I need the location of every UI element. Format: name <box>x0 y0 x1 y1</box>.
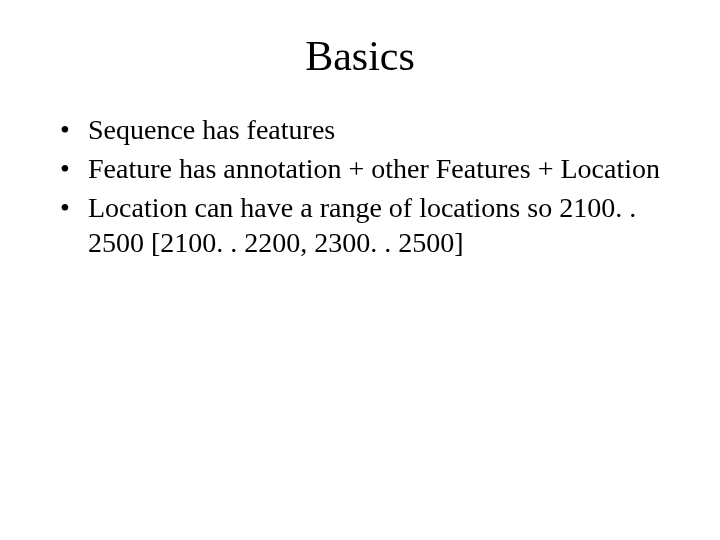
list-item: Feature has annotation + other Features … <box>60 151 670 186</box>
slide-title: Basics <box>50 32 670 80</box>
list-item: Sequence has features <box>60 112 670 147</box>
bullet-list: Sequence has features Feature has annota… <box>50 112 670 260</box>
list-item: Location can have a range of locations s… <box>60 190 670 260</box>
